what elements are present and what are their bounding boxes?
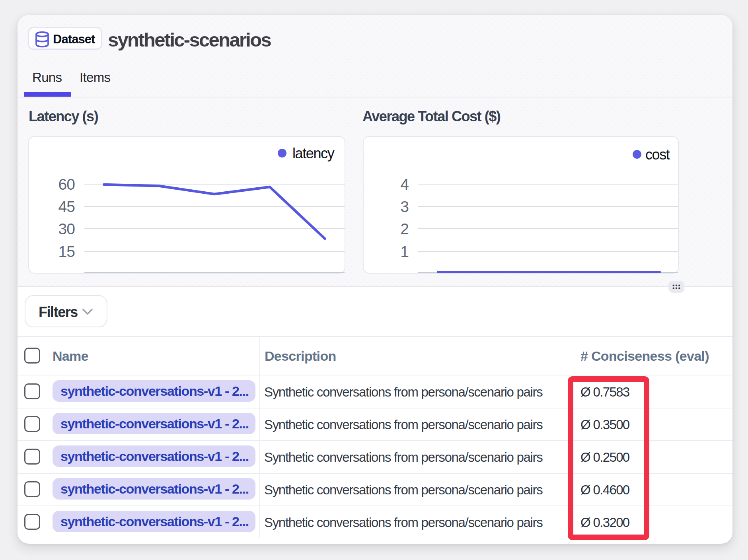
svg-text:30: 30 xyxy=(58,220,75,237)
svg-text:1: 1 xyxy=(400,243,409,260)
svg-text:4: 4 xyxy=(400,176,409,193)
svg-text:cost: cost xyxy=(645,146,670,163)
svg-text:15: 15 xyxy=(58,243,75,260)
svg-text:latency: latency xyxy=(292,145,335,161)
svg-text:2: 2 xyxy=(400,220,409,237)
svg-text:60: 60 xyxy=(58,176,75,193)
svg-text:3: 3 xyxy=(400,198,409,215)
svg-text:45: 45 xyxy=(58,198,75,215)
